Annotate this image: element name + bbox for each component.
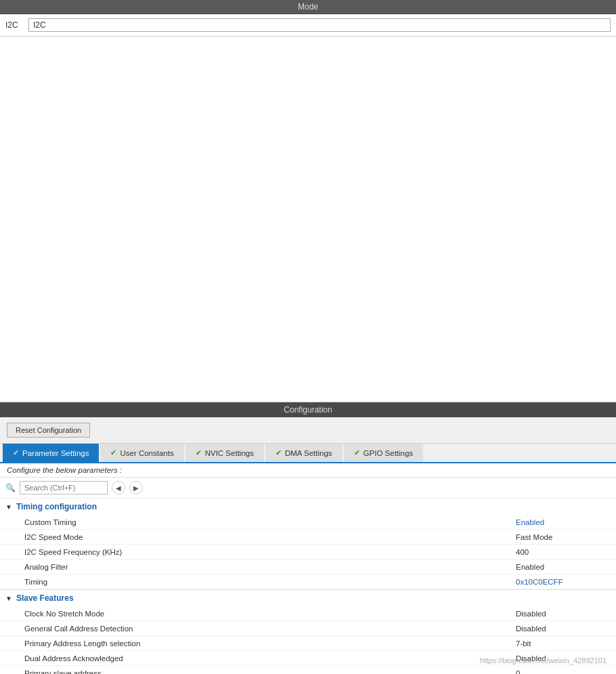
mode-bar: Mode bbox=[0, 0, 616, 14]
param-value-0-timing-configuration: Enabled bbox=[516, 518, 611, 526]
search-input[interactable] bbox=[20, 481, 108, 494]
tab-gpio-settings[interactable]: ✔GPIO Settings bbox=[344, 444, 424, 462]
section-header-timing-configuration[interactable]: ▼Timing configuration bbox=[0, 499, 616, 515]
param-row-0-timing-configuration[interactable]: Custom TimingEnabled bbox=[0, 515, 616, 530]
search-prev-button[interactable]: ◀ bbox=[112, 481, 125, 494]
param-name-4-slave-features: Primary slave address bbox=[24, 669, 516, 675]
watermark-text: https://blog.csdn.net/weixin_42892101 bbox=[480, 656, 607, 665]
tab-label-dma-settings: DMA Settings bbox=[285, 449, 332, 457]
param-value-3-timing-configuration: Enabled bbox=[516, 563, 611, 571]
i2c-label: I2C bbox=[5, 20, 24, 30]
tab-label-nvic-settings: NVIC Settings bbox=[205, 449, 254, 457]
param-value-2-slave-features: 7-bit bbox=[516, 639, 611, 648]
tab-parameter-settings[interactable]: ✔Parameter Settings bbox=[3, 444, 99, 462]
param-value-1-slave-features: Disabled bbox=[516, 625, 611, 633]
tab-check-user-constants: ✔ bbox=[110, 448, 116, 457]
section-label-timing-configuration: Timing configuration bbox=[16, 502, 97, 511]
search-icon: 🔍 bbox=[5, 483, 16, 492]
configure-bar-text: Configure the below parameters : bbox=[7, 466, 122, 474]
section-header-slave-features[interactable]: ▼Slave Features bbox=[0, 590, 616, 606]
param-name-2-timing-configuration: I2C Speed Frequency (KHz) bbox=[24, 548, 516, 556]
search-next-button[interactable]: ▶ bbox=[129, 481, 143, 494]
mode-bar-label: Mode bbox=[298, 2, 318, 12]
canvas-area bbox=[0, 37, 616, 402]
configuration-header-label: Configuration bbox=[284, 405, 332, 415]
i2c-value: I2C bbox=[28, 18, 611, 32]
param-name-3-slave-features: Dual Address Acknowledged bbox=[24, 654, 516, 662]
tab-user-constants[interactable]: ✔User Constants bbox=[100, 444, 183, 462]
param-value-0-slave-features: Disabled bbox=[516, 610, 611, 618]
tab-label-parameter-settings: Parameter Settings bbox=[22, 449, 89, 457]
param-row-4-slave-features[interactable]: Primary slave address0 bbox=[0, 666, 616, 674]
param-value-4-timing-configuration: 0x10C0ECFF bbox=[516, 578, 611, 586]
param-row-1-timing-configuration[interactable]: I2C Speed ModeFast Mode bbox=[0, 530, 616, 545]
configuration-header: Configuration bbox=[0, 402, 616, 417]
param-name-4-timing-configuration: Timing bbox=[24, 578, 516, 586]
watermark: https://blog.csdn.net/weixin_42892101 bbox=[480, 656, 607, 665]
param-name-3-timing-configuration: Analog Filter bbox=[24, 563, 516, 571]
param-name-1-slave-features: General Call Address Detection bbox=[24, 625, 516, 633]
param-row-3-timing-configuration[interactable]: Analog FilterEnabled bbox=[0, 560, 616, 574]
tab-dma-settings[interactable]: ✔DMA Settings bbox=[265, 444, 343, 462]
param-row-2-slave-features[interactable]: Primary Address Length selection7-bit bbox=[0, 636, 616, 651]
search-row: 🔍 ◀ ▶ bbox=[0, 478, 616, 499]
param-value-1-timing-configuration: Fast Mode bbox=[516, 533, 611, 541]
tabs-row: ✔Parameter Settings✔User Constants✔NVIC … bbox=[0, 444, 616, 463]
reset-row: Reset Configuration bbox=[0, 417, 616, 444]
section-arrow-timing-configuration: ▼ bbox=[5, 503, 12, 511]
section-arrow-slave-features: ▼ bbox=[5, 595, 12, 602]
tab-label-user-constants: User Constants bbox=[120, 449, 173, 457]
param-row-4-timing-configuration[interactable]: Timing0x10C0ECFF bbox=[0, 574, 616, 589]
param-row-0-slave-features[interactable]: Clock No Stretch ModeDisabled bbox=[0, 606, 616, 621]
i2c-row: I2C I2C bbox=[0, 14, 616, 37]
param-value-4-slave-features: 0 bbox=[516, 669, 611, 675]
param-name-0-slave-features: Clock No Stretch Mode bbox=[24, 610, 516, 618]
tab-check-gpio-settings: ✔ bbox=[354, 448, 360, 457]
param-value-2-timing-configuration: 400 bbox=[516, 548, 611, 556]
param-content: ▼Timing configurationCustom TimingEnable… bbox=[0, 499, 616, 674]
param-row-1-slave-features[interactable]: General Call Address DetectionDisabled bbox=[0, 621, 616, 636]
tab-check-dma-settings: ✔ bbox=[276, 448, 282, 457]
param-row-2-timing-configuration[interactable]: I2C Speed Frequency (KHz)400 bbox=[0, 545, 616, 560]
tab-check-nvic-settings: ✔ bbox=[196, 448, 202, 457]
tab-check-parameter-settings: ✔ bbox=[13, 448, 19, 457]
section-label-slave-features: Slave Features bbox=[16, 593, 74, 603]
param-name-2-slave-features: Primary Address Length selection bbox=[24, 639, 516, 648]
param-name-1-timing-configuration: I2C Speed Mode bbox=[24, 533, 516, 541]
tab-nvic-settings[interactable]: ✔NVIC Settings bbox=[185, 444, 264, 462]
tab-label-gpio-settings: GPIO Settings bbox=[364, 449, 414, 457]
reset-configuration-button[interactable]: Reset Configuration bbox=[7, 423, 90, 438]
configure-bar: Configure the below parameters : bbox=[0, 463, 616, 478]
param-name-0-timing-configuration: Custom Timing bbox=[24, 518, 516, 526]
